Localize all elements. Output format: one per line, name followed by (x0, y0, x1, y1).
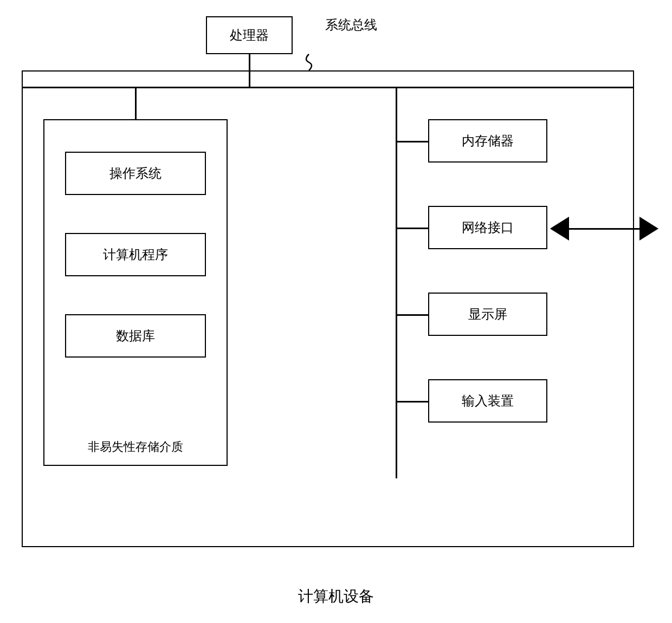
arrow-left-head (550, 217, 569, 241)
arrow-right-head (639, 217, 658, 241)
h-line-memory (397, 141, 428, 142)
network-double-arrow (550, 217, 658, 241)
nonvolatile-label: 非易失性存储介质 (43, 439, 228, 455)
os-label: 操作系统 (109, 165, 161, 182)
display-box: 显示屏 (428, 293, 547, 336)
system-bus-label: 系统总线 (325, 16, 377, 34)
memory-label: 内存储器 (462, 132, 514, 150)
memory-box: 内存储器 (428, 119, 547, 163)
program-box: 计算机程序 (65, 233, 206, 276)
database-box: 数据库 (65, 314, 206, 358)
arrow-shaft (569, 228, 639, 230)
bus-line (22, 87, 634, 88)
os-box: 操作系统 (65, 152, 206, 195)
processor-box: 处理器 (206, 16, 293, 54)
diagram-container: 计算机设备 处理器 系统总线 非易失性存储介质 操作系统 计算机程序 数据库 内… (0, 0, 672, 623)
h-line-display (397, 314, 428, 316)
network-box: 网络接口 (428, 206, 547, 249)
input-box: 输入装置 (428, 379, 547, 423)
processor-to-bus-line (249, 54, 250, 88)
wavy-connector-svg (293, 51, 325, 73)
program-label: 计算机程序 (103, 246, 168, 263)
database-label: 数据库 (116, 327, 155, 345)
display-label: 显示屏 (468, 306, 507, 323)
input-label: 输入装置 (462, 392, 514, 410)
computer-device-label: 计算机设备 (298, 586, 374, 607)
h-line-input (397, 401, 428, 403)
nonvolatile-to-bus-line (135, 88, 137, 119)
right-vertical-bus-line (396, 88, 397, 478)
network-label: 网络接口 (462, 219, 514, 236)
h-line-network (397, 228, 428, 229)
processor-label: 处理器 (230, 27, 269, 44)
